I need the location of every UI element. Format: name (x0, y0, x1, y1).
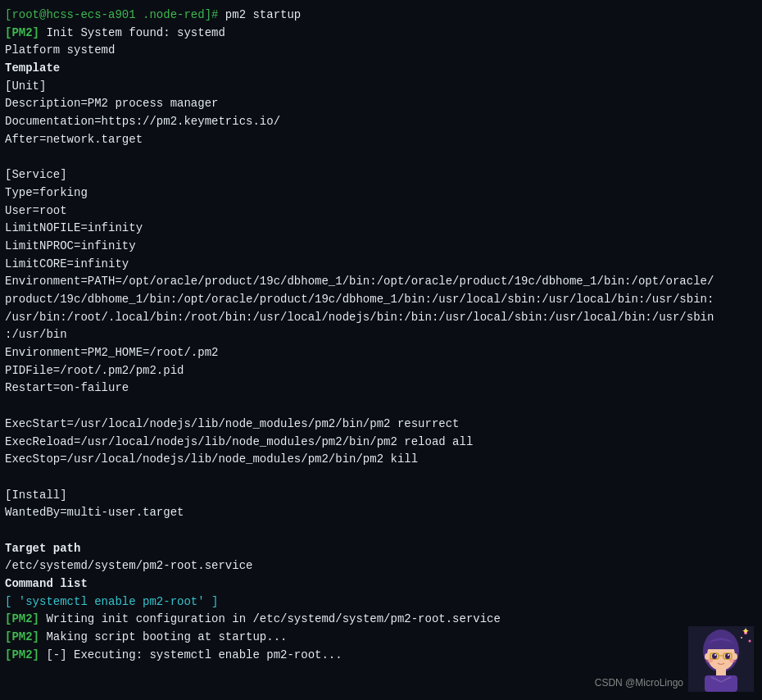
watermark-text: CSDN @MicroLingo (595, 677, 683, 689)
terminal-output: [root@hcss-ecs-a901 .node-red]# pm2 star… (5, 7, 757, 664)
svg-point-9 (725, 653, 730, 659)
terminal-empty-line (5, 522, 757, 540)
terminal-line: Platform systemd (5, 42, 757, 60)
terminal-line: User=root (5, 202, 757, 220)
terminal-line: Documentation=https://pm2.keymetrics.io/ (5, 113, 757, 131)
heart-icon: ♥ (688, 626, 689, 643)
watermark-area: CSDN @MicroLingo ♥ ✦ (595, 626, 754, 692)
terminal-line: After=network.target (5, 131, 757, 149)
terminal-line: [Install] (5, 487, 757, 505)
terminal-line: [ 'systemctl enable pm2-root' ] (5, 593, 757, 611)
terminal-line: ExecStart=/usr/local/nodejs/lib/node_mod… (5, 416, 757, 434)
terminal-line: ExecStop=/usr/local/nodejs/lib/node_modu… (5, 451, 757, 469)
terminal-line: [root@hcss-ecs-a901 .node-red]# pm2 star… (5, 7, 757, 25)
terminal-line: product/19c/dbhome_1/bin:/opt/oracle/pro… (5, 291, 757, 309)
terminal-window: [root@hcss-ecs-a901 .node-red]# pm2 star… (0, 0, 762, 700)
terminal-line: LimitNPROC=infinity (5, 238, 757, 256)
terminal-line: Environment=PATH=/opt/oracle/product/19c… (5, 273, 757, 291)
terminal-line: [Service] (5, 166, 757, 184)
terminal-line: Type=forking (5, 184, 757, 202)
avatar: ♥ ✦ (688, 626, 754, 692)
terminal-line: [PM2] Init System found: systemd (5, 25, 757, 43)
terminal-line: LimitNOFILE=infinity (5, 220, 757, 238)
svg-point-11 (728, 654, 729, 656)
svg-rect-3 (705, 675, 737, 692)
terminal-empty-line (5, 398, 757, 416)
terminal-line: Environment=PM2_HOME=/root/.pm2 (5, 344, 757, 362)
terminal-line: /etc/systemd/system/pm2-root.service (5, 557, 757, 575)
sparkle-icon: ✦ (742, 626, 750, 639)
svg-point-17 (749, 640, 751, 643)
terminal-line: Command list (5, 575, 757, 593)
terminal-line: :/usr/bin (5, 326, 757, 344)
terminal-line: Restart=on-failure (5, 380, 757, 398)
terminal-line: /usr/bin:/root/.local/bin:/root/bin:/usr… (5, 309, 757, 327)
svg-point-10 (714, 654, 716, 656)
terminal-empty-line (5, 149, 757, 167)
svg-point-15 (733, 653, 737, 660)
terminal-line: [Unit] (5, 78, 757, 96)
terminal-line: Target path (5, 540, 757, 558)
terminal-line: PIDFile=/root/.pm2/pm2.pid (5, 362, 757, 380)
terminal-line: ExecReload=/usr/local/nodejs/lib/node_mo… (5, 434, 757, 452)
terminal-line: WantedBy=multi-user.target (5, 504, 757, 522)
svg-point-14 (705, 653, 710, 660)
svg-point-8 (712, 653, 717, 659)
terminal-line: Description=PM2 process manager (5, 95, 757, 113)
terminal-empty-line (5, 469, 757, 487)
terminal-line: LimitCORE=infinity (5, 256, 757, 274)
terminal-line: Template (5, 60, 757, 78)
